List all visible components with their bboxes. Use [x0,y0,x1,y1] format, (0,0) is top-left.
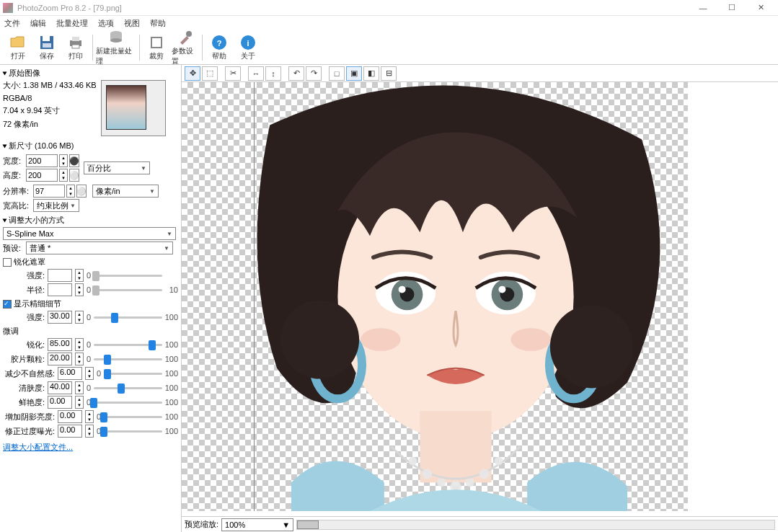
sharp-input[interactable]: 85.00 [48,338,72,351]
aspect-dropdown[interactable]: 约束比例▼ [33,199,79,212]
grain-slider[interactable] [94,358,162,360]
profile-link[interactable]: 调整大小配置文件... [3,442,73,453]
sidebar: 原始图像 大小: 1.38 MB / 433.46 KB RGBA/8 7.04… [0,65,182,532]
grain-spinner[interactable]: ▲▼ [75,353,84,365]
preset-label: 预设: [3,243,25,254]
menu-help[interactable]: 帮助 [150,18,166,29]
width-lock[interactable]: ⚫ [69,154,79,167]
save-button[interactable]: 保存 [33,32,61,63]
highlight-spinner[interactable]: ▲▼ [85,425,94,438]
height-spinner[interactable]: ▲▼ [59,169,68,182]
flip-h-tool[interactable]: ↔ [248,66,264,81]
width-spinner[interactable]: ▲▼ [59,154,68,167]
sharp-spinner[interactable]: ▲▼ [75,338,84,351]
shadow-spinner[interactable]: ▲▼ [85,410,94,423]
section-original[interactable]: 原始图像 [3,68,178,79]
highlight-input[interactable]: 0.00 [58,425,82,438]
orig-dims: 7.04 x 9.94 英寸 [3,105,97,116]
detail-checkbox[interactable] [3,300,12,309]
intensity-input[interactable]: 30.00 [48,311,72,324]
canvas[interactable] [182,82,778,516]
close-button[interactable]: ✕ [746,0,775,16]
settings-button[interactable]: 参数设置 [172,32,199,63]
preset-dropdown[interactable]: 普通 *▼ [26,241,173,254]
svg-point-38 [280,300,359,378]
menu-source[interactable]: 选项 [98,18,114,29]
grain-input[interactable]: 20.00 [48,353,72,365]
menu-view[interactable]: 视图 [124,18,140,29]
mask-checkbox[interactable] [3,258,12,267]
sharp-slider[interactable] [94,344,162,346]
print-button[interactable]: 打印 [62,32,89,63]
menu-file[interactable]: 文件 [4,18,20,29]
section-method[interactable]: 调整大小的方式 [3,215,178,226]
radius-input[interactable] [48,283,72,296]
crop-button[interactable]: 裁剪 [143,32,170,63]
section-newsize[interactable]: 新尺寸 (10.06 MB) [3,141,178,151]
open-button[interactable]: 打开 [4,32,32,63]
thumbnail[interactable] [101,80,166,136]
minimize-button[interactable]: — [689,0,717,16]
height-label: 高度: [3,170,25,181]
intensity-slider[interactable] [94,316,162,319]
mask-label: 锐化遮罩 [14,257,45,266]
menu-batch[interactable]: 批量处理 [56,18,88,29]
bottom-bar: 预览缩放: 100%▼ [182,516,778,532]
batch-button[interactable]: 新建批量处理 [96,32,136,63]
about-button[interactable]: i 关于 [234,32,262,63]
orig-mode: RGBA/8 [3,94,97,102]
artifact-label: 减少不自然感: [3,368,55,379]
highlight-label: 修正过度曝光: [3,426,55,437]
split-horizontal[interactable]: ◧ [363,66,379,81]
vivid-slider[interactable] [94,402,162,404]
skin-slider[interactable] [94,387,162,389]
select-tool[interactable]: ⬚ [202,66,218,81]
tools-icon [177,29,194,46]
vivid-spinner[interactable]: ▲▼ [75,396,84,409]
height-input[interactable] [26,169,58,182]
res-input[interactable] [33,185,65,198]
help-button[interactable]: ? 帮助 [205,32,233,63]
strength-spinner[interactable]: ▲▼ [75,269,84,282]
radius-slider[interactable] [94,289,162,291]
skin-input[interactable]: 40.00 [48,381,72,394]
artifact-input[interactable]: 6.00 [58,367,82,380]
intensity-spinner[interactable]: ▲▼ [75,311,84,324]
rotate-left-tool[interactable]: ↶ [288,66,304,81]
width-input[interactable] [26,154,58,167]
split-vertical[interactable]: ⊟ [381,66,397,81]
res-lock[interactable]: ⚪ [76,185,87,198]
split-none[interactable]: □ [329,66,345,81]
flip-v-tool[interactable]: ↕ [265,66,281,81]
radius-label: 半径: [3,285,45,296]
shadow-slider[interactable] [104,416,162,418]
database-icon [107,29,125,46]
vivid-input[interactable]: 0.00 [48,396,72,409]
zoom-dropdown[interactable]: 100%▼ [221,518,293,531]
skin-spinner[interactable]: ▲▼ [75,381,84,394]
strength-slider[interactable] [94,275,162,277]
app-icon [3,3,13,13]
crop-tool[interactable]: ✂ [225,66,241,81]
horizontal-scrollbar[interactable] [296,520,775,530]
save-icon [38,34,56,51]
artifact-spinner[interactable]: ▲▼ [85,367,94,380]
unit-dpi-dropdown[interactable]: 像素/in▼ [92,185,159,198]
rotate-right-tool[interactable]: ↷ [306,66,322,81]
unit-percent-dropdown[interactable]: 百分比▼ [84,161,150,174]
strength-input[interactable] [48,269,72,282]
maximize-button[interactable]: ☐ [717,0,746,16]
svg-point-23 [499,286,506,293]
pan-tool[interactable]: ✥ [185,66,200,81]
algo-dropdown[interactable]: S-Spline Max▼ [3,227,176,240]
radius-spinner[interactable]: ▲▼ [75,283,84,296]
split-center[interactable]: ▣ [346,66,362,81]
shadow-input[interactable]: 0.00 [58,410,82,423]
svg-rect-1 [43,36,50,41]
height-lock[interactable]: ⚪ [69,169,79,182]
menu-edit[interactable]: 编辑 [30,18,46,29]
artifact-slider[interactable] [104,373,162,375]
svg-text:i: i [247,39,249,48]
res-spinner[interactable]: ▲▼ [66,185,75,198]
highlight-slider[interactable] [104,430,162,433]
